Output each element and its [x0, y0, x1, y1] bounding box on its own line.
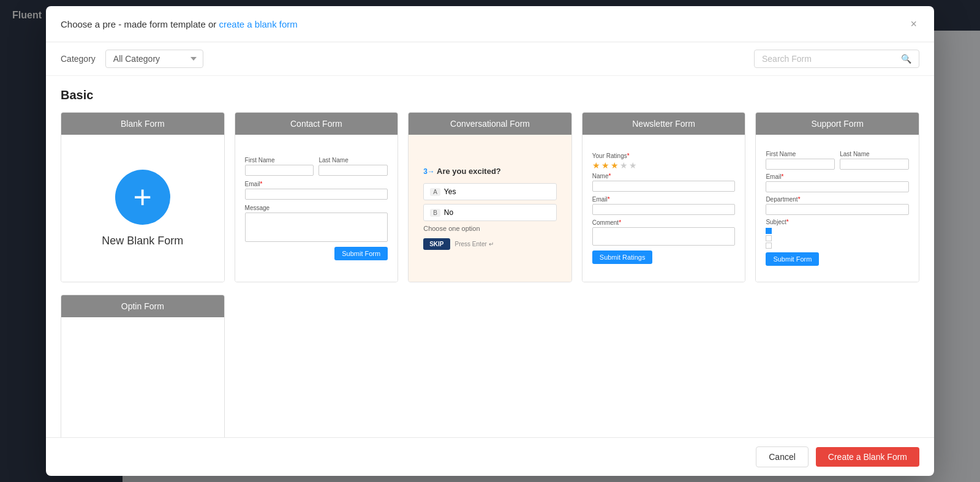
template-picker-modal: Choose a pre - made form template or cre… [46, 6, 934, 476]
cf-email-input [245, 189, 388, 200]
optin-form-header: Optin Form [61, 295, 224, 317]
conv-option-b-label: No [444, 208, 453, 217]
newsletter-form-header: Newsletter Form [582, 113, 745, 135]
conv-skip-row: SKIP Press Enter ↵ [423, 238, 557, 250]
template-card-optin-form[interactable]: Optin Form [61, 295, 225, 437]
template-card-blank-form[interactable]: Blank Form + New Blank Form [61, 112, 225, 282]
conv-option-a-label: Yes [444, 187, 456, 196]
nl-ratings-label: Your Ratings* [592, 153, 736, 159]
sp-checkbox-row-2 [766, 235, 909, 241]
sp-checkbox-row-1 [766, 228, 909, 234]
template-card-newsletter-form[interactable]: Newsletter Form Your Ratings* ★ ★ ★ ★ ★ [582, 112, 746, 282]
modal-footer: Cancel Create a Blank Form [46, 437, 934, 476]
nl-stars: ★ ★ ★ ★ ★ [592, 160, 736, 170]
sp-dept-select [766, 204, 909, 215]
contact-form-preview: First Name Last Name Email* [245, 157, 388, 260]
cancel-button[interactable]: Cancel [756, 446, 809, 467]
template-card-support-form[interactable]: Support Form First Name Last Name [755, 112, 919, 282]
nl-comment-textarea [592, 227, 736, 246]
create-blank-form-button[interactable]: Create a Blank Form [816, 447, 919, 467]
conv-form-preview: 3→ Are you excited? A Yes B No Choose on… [416, 159, 564, 257]
sp-firstname-input [766, 159, 835, 170]
search-box: 🔍 [754, 50, 919, 68]
blank-form-label: New Blank Form [102, 235, 183, 247]
sp-checkbox-3 [766, 243, 772, 249]
star-1: ★ [592, 160, 600, 170]
templates-grid-bottom: Optin Form [61, 295, 919, 437]
sp-firstname-label: First Name [766, 151, 835, 157]
cf-firstname-input [245, 165, 314, 176]
template-card-conversational-form[interactable]: Conversational Form 3→ Are you excited? … [408, 112, 572, 282]
contact-form-body: First Name Last Name Email* [235, 135, 398, 282]
newsletter-form-body: Your Ratings* ★ ★ ★ ★ ★ Name* [582, 135, 745, 282]
conv-question-text: Are you excited? [437, 167, 501, 176]
blank-form-header: Blank Form [61, 113, 224, 135]
cf-lastname-input [318, 165, 388, 176]
modal-close-button[interactable]: × [908, 16, 919, 32]
nl-comment-label: Comment* [592, 219, 736, 226]
newsletter-preview: Your Ratings* ★ ★ ★ ★ ★ Name* [592, 153, 736, 264]
blank-form-body: + New Blank Form [61, 135, 224, 282]
conv-option-a: A Yes [423, 183, 557, 200]
sp-checkbox-1 [766, 228, 772, 234]
star-2: ★ [601, 160, 609, 170]
cf-firstname-label: First Name [245, 157, 314, 164]
nl-email-input [592, 204, 736, 215]
conv-press-enter: Press Enter ↵ [455, 241, 494, 247]
sp-dept-label: Department* [766, 196, 909, 203]
search-icon: 🔍 [901, 54, 911, 64]
template-card-contact-form[interactable]: Contact Form First Name Last Name [235, 112, 399, 282]
support-preview: First Name Last Name Email* [766, 151, 909, 266]
create-blank-form-link[interactable]: create a blank form [219, 19, 297, 29]
templates-grid-top: Blank Form + New Blank Form Contact Form… [61, 112, 919, 282]
modal-title: Choose a pre - made form template or cre… [61, 19, 298, 29]
category-label: Category [61, 54, 96, 64]
sp-lastname-input [840, 159, 909, 170]
sp-checkboxes [766, 228, 909, 249]
modal-toolbar: Category All Category 🔍 [46, 42, 934, 76]
conv-question: 3→ Are you excited? [423, 167, 557, 176]
contact-form-header: Contact Form [235, 113, 398, 135]
sp-lastname-label: Last Name [840, 151, 909, 157]
conv-hint: Choose one option [423, 225, 557, 232]
nl-name-label: Name* [592, 173, 736, 179]
sp-email-label: Email* [766, 173, 909, 180]
plus-icon: + [134, 181, 152, 213]
star-4: ★ [620, 160, 628, 170]
conversational-form-body: 3→ Are you excited? A Yes B No Choose on… [409, 135, 571, 282]
star-3: ★ [611, 160, 619, 170]
conv-option-b: B No [423, 204, 557, 221]
sp-checkbox-2 [766, 235, 772, 241]
support-form-header: Support Form [756, 113, 919, 135]
cf-email-label: Email* [245, 181, 388, 187]
search-input[interactable] [762, 54, 901, 64]
nl-submit-button[interactable]: Submit Ratings [592, 250, 653, 264]
conv-skip-button[interactable]: SKIP [423, 238, 450, 250]
nl-email-label: Email* [592, 196, 736, 203]
modal-title-text: Choose a pre - made form template or [61, 19, 219, 29]
cf-message-textarea [245, 213, 388, 242]
conv-option-a-key: A [430, 188, 440, 196]
support-form-body: First Name Last Name Email* [756, 135, 919, 282]
conversational-form-header: Conversational Form [409, 113, 571, 135]
optin-form-body [61, 317, 224, 437]
modal-body: Basic Blank Form + New Blank Form Contac… [46, 76, 934, 437]
star-5: ★ [629, 160, 637, 170]
nl-name-input [592, 181, 736, 192]
conv-option-b-key: B [430, 209, 440, 217]
category-select[interactable]: All Category [105, 50, 203, 68]
cf-message-label: Message [245, 205, 388, 211]
cf-submit-button[interactable]: Submit Form [334, 247, 388, 260]
conv-step: 3→ [423, 167, 435, 176]
section-basic-title: Basic [61, 88, 919, 102]
sp-email-input [766, 181, 909, 192]
sp-submit-button[interactable]: Submit Form [766, 252, 819, 266]
sp-subject-label: Subject* [766, 219, 909, 225]
modal-header: Choose a pre - made form template or cre… [46, 6, 934, 42]
blank-form-icon: + [115, 170, 170, 225]
cf-lastname-label: Last Name [318, 157, 388, 164]
sp-checkbox-row-3 [766, 243, 909, 249]
